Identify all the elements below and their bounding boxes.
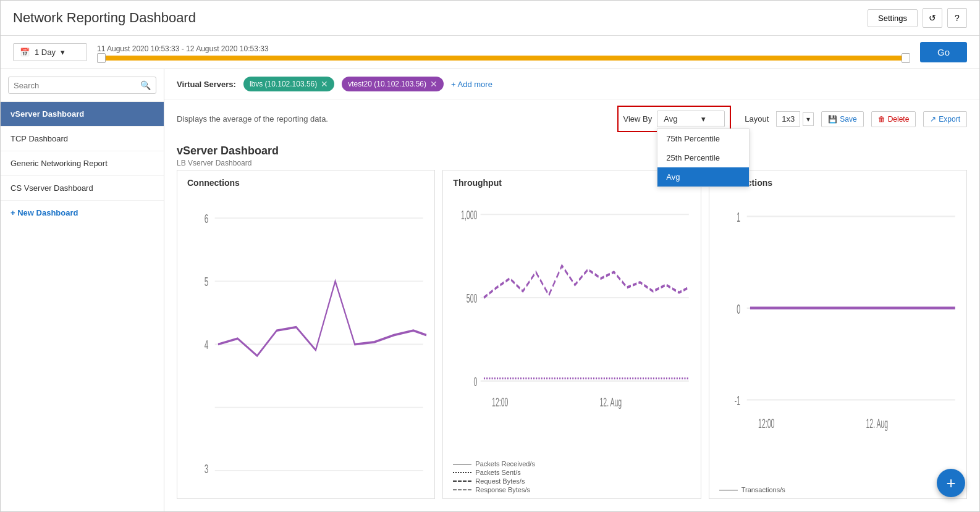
period-label: 1 Day (35, 48, 56, 57)
dashboard-sub-title: LB Vserver Dashboard (177, 159, 967, 167)
charts-area: Connections 6 5 4 (164, 170, 979, 511)
layout-control: 1x3 ▾ (776, 111, 814, 127)
sidebar-item-generic[interactable]: Generic Networking Report (1, 151, 164, 176)
legend-label-response-bytes: Response Bytes/s (475, 486, 530, 493)
svg-text:3: 3 (205, 461, 208, 476)
svg-text:0: 0 (474, 374, 478, 388)
header-actions: Settings ↺ ? (868, 8, 967, 28)
search-box: 🔍 (8, 77, 156, 94)
dashboard-header: Displays the average of the reporting da… (164, 99, 979, 138)
transactions-legend: Transactions/s (709, 482, 966, 498)
sidebar-item-generic-label: Generic Networking Report (11, 159, 108, 168)
add-more-button[interactable]: + Add more (451, 80, 492, 89)
sidebar-item-tcp-label: TCP Dashboard (11, 134, 68, 143)
tag-vtest20[interactable]: vtest20 (10.102.103.56) ✕ (342, 77, 444, 91)
svg-text:12:00: 12:00 (758, 415, 774, 431)
export-button[interactable]: ↗ Export (923, 111, 967, 127)
sidebar-item-vserver[interactable]: vServer Dashboard (1, 102, 164, 127)
help-button[interactable]: ? (947, 8, 967, 28)
search-input[interactable] (14, 81, 137, 90)
time-range-label: 11 August 2020 10:53:33 - 12 August 2020… (97, 44, 910, 53)
legend-label-packets-received: Packets Received/s (475, 460, 535, 468)
save-icon: 💾 (828, 115, 837, 124)
legend-response-bytes: Response Bytes/s (453, 486, 690, 493)
svg-text:1,000: 1,000 (461, 208, 477, 222)
sidebar-item-vserver-label: vServer Dashboard (11, 109, 84, 119)
export-icon: ↗ (930, 115, 936, 124)
svg-text:500: 500 (467, 291, 478, 305)
sidebar: 🔍 vServer Dashboard TCP Dashboard Generi… (1, 69, 164, 511)
view-by-dropdown-menu: 75th Percentile 25th Percentile Avg (657, 128, 750, 187)
new-dashboard-button[interactable]: + New Dashboard (1, 201, 164, 225)
sidebar-item-csv[interactable]: CS Vserver Dashboard (1, 176, 164, 201)
svg-text:6: 6 (205, 211, 208, 225)
view-by-select[interactable]: Avg ▾ (657, 111, 725, 127)
delete-button[interactable]: 🗑 Delete (871, 111, 916, 127)
export-label: Export (939, 115, 960, 124)
tag-vtest20-label: vtest20 (10.102.103.56) (348, 80, 426, 88)
svg-text:0: 0 (737, 301, 740, 317)
svg-text:-1: -1 (734, 393, 740, 409)
legend-label-transactions: Transactions/s (741, 486, 785, 493)
tag-vtest20-close[interactable]: ✕ (430, 79, 437, 89)
view-by-dropdown-container: Avg ▾ 75th Percentile 25th Percentile (657, 111, 725, 127)
legend-icon-transactions (719, 490, 738, 490)
period-select[interactable]: 📅 1 Day ▾ (13, 43, 87, 61)
svg-text:4: 4 (205, 337, 208, 351)
layout-label: Layout (745, 114, 769, 124)
connections-chart-svg: 6 5 4 3 (177, 193, 434, 498)
view-by-label: View By (623, 114, 653, 124)
go-button[interactable]: Go (920, 42, 967, 62)
dashboard-controls: View By Avg ▾ 75th Percentile (617, 106, 967, 132)
dashboard-title-section: vServer Dashboard LB Vserver Dashboard (164, 138, 979, 170)
sidebar-search: 🔍 (1, 69, 164, 102)
tag-lbvs-close[interactable]: ✕ (321, 79, 328, 89)
throughput-chart-panel: Throughput 1,000 500 0 (442, 170, 701, 499)
view-by-container: View By Avg ▾ 75th Percentile (617, 106, 732, 132)
save-label: Save (840, 115, 856, 124)
connections-chart-panel: Connections 6 5 4 (177, 170, 435, 499)
fab-add-button[interactable]: + (937, 469, 965, 497)
slider-handle-right[interactable] (902, 53, 910, 63)
option-25th[interactable]: 25th Percentile (657, 148, 749, 167)
time-bar: 📅 1 Day ▾ 11 August 2020 10:53:33 - 12 A… (1, 36, 979, 69)
period-dropdown-icon: ▾ (61, 48, 65, 57)
settings-button[interactable]: Settings (868, 9, 918, 27)
transactions-chart-panel: Transactions 1 0 -1 (709, 170, 967, 499)
view-by-chevron: ▾ (701, 114, 706, 124)
legend-icon-dashed (453, 481, 471, 482)
delete-icon: 🗑 (878, 115, 885, 124)
option-75th[interactable]: 75th Percentile (657, 129, 749, 148)
time-range-container: 11 August 2020 10:53:33 - 12 August 2020… (97, 44, 910, 61)
legend-icon-dotted (453, 472, 471, 473)
calendar-icon: 📅 (20, 48, 30, 57)
svg-text:12. Aug: 12. Aug (866, 415, 888, 431)
view-by-selected: Avg (664, 114, 677, 124)
sidebar-item-csv-label: CS Vserver Dashboard (11, 183, 93, 193)
transactions-chart-svg: 1 0 -1 12:00 12. Aug (709, 193, 966, 482)
svg-text:5: 5 (205, 274, 208, 288)
layout-chevron-icon[interactable]: ▾ (803, 112, 814, 126)
vserver-bar: Virtual Servers: lbvs (10.102.103.56) ✕ … (164, 69, 979, 99)
save-button[interactable]: 💾 Save (821, 111, 863, 127)
refresh-icon: ↺ (929, 13, 936, 23)
svg-text:12:00: 12:00 (492, 395, 508, 409)
sidebar-item-tcp[interactable]: TCP Dashboard (1, 127, 164, 151)
app-header: Network Reporting Dashboard Settings ↺ ? (1, 1, 979, 36)
time-slider-fill (97, 56, 910, 61)
connections-chart-title: Connections (177, 170, 434, 193)
tag-lbvs-label: lbvs (10.102.103.56) (250, 80, 317, 88)
legend-label-packets-sent: Packets Sent/s (475, 469, 520, 476)
svg-text:1: 1 (737, 209, 740, 225)
dashboard-info: Displays the average of the reporting da… (177, 114, 328, 124)
search-icon: 🔍 (140, 80, 151, 90)
legend-packets-received: Packets Received/s (453, 460, 690, 468)
page-title: Network Reporting Dashboard (13, 10, 196, 26)
time-slider-track[interactable] (97, 56, 910, 61)
option-avg[interactable]: Avg (657, 167, 749, 187)
throughput-legend: Packets Received/s Packets Sent/s Reques… (443, 456, 700, 498)
tag-lbvs[interactable]: lbvs (10.102.103.56) ✕ (243, 77, 334, 91)
refresh-button[interactable]: ↺ (923, 8, 942, 28)
main-layout: 🔍 vServer Dashboard TCP Dashboard Generi… (1, 69, 979, 511)
slider-handle-left[interactable] (97, 53, 106, 63)
